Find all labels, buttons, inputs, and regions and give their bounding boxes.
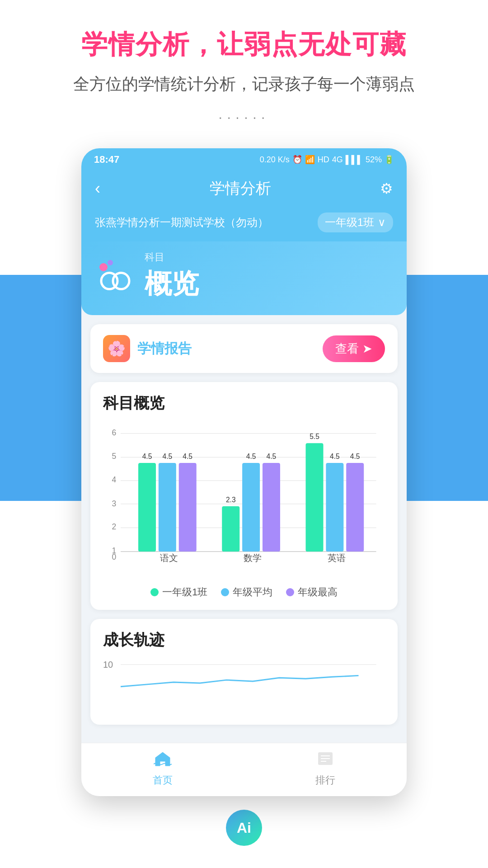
- arrow-icon: ➤: [362, 342, 372, 356]
- svg-text:语文: 语文: [160, 553, 178, 563]
- legend-class1: 一年级1班: [150, 585, 207, 599]
- svg-text:0: 0: [112, 552, 116, 561]
- status-time: 18:47: [94, 154, 119, 165]
- school-bar: 张燕学情分析一期测试学校（勿动） 一年级1班 ∨: [81, 208, 407, 241]
- bar-chart: 6 5 4 3 2 1 0 4.5: [103, 423, 385, 576]
- home-icon: [154, 750, 172, 771]
- nav-bar: ‹ 学情分析 ⚙: [81, 171, 407, 208]
- infinity-icon: [95, 270, 136, 292]
- svg-text:4.5: 4.5: [246, 453, 256, 460]
- content-area: 🌸 学情报告 查看 ➤ 科目概览: [81, 315, 407, 743]
- phone-wrapper: 18:47 0.20 K/s ⏰ 📶 HD 4G ▌▌▌ 52% 🔋 ‹ 学情分…: [0, 148, 488, 796]
- svg-rect-27: [263, 463, 280, 552]
- view-button[interactable]: 查看 ➤: [323, 335, 385, 362]
- ai-label: Ai: [237, 820, 251, 836]
- ai-badge: Ai: [226, 810, 262, 846]
- growth-title: 成长轨迹: [103, 630, 385, 651]
- blue-bg-left: [0, 275, 90, 501]
- status-icons: 0.20 K/s ⏰ 📶 HD 4G ▌▌▌ 52% 🔋: [260, 155, 394, 165]
- legend-dot-grade-avg: [221, 588, 229, 596]
- signal-text: 0.20 K/s: [260, 155, 290, 165]
- subject-card[interactable]: 科目 概览: [81, 241, 407, 315]
- svg-text:4.5: 4.5: [267, 453, 277, 460]
- subject-label-small: 科目: [145, 250, 199, 264]
- class-name: 一年级1班: [325, 215, 374, 230]
- nav-title: 学情分析: [210, 178, 271, 199]
- page-title: 学情分析，让弱点无处可藏: [18, 27, 470, 62]
- nav-label-home: 首页: [153, 774, 173, 787]
- legend-grade-avg: 年级平均: [221, 585, 272, 599]
- class-selector[interactable]: 一年级1班 ∨: [318, 212, 393, 232]
- growth-chart-svg: [103, 660, 385, 705]
- legend-dot-class1: [150, 588, 159, 596]
- report-card: 🌸 学情报告 查看 ➤: [90, 324, 398, 373]
- svg-text:5.5: 5.5: [310, 433, 319, 440]
- growth-y-label: 10: [103, 660, 113, 670]
- chart-legend: 一年级1班 年级平均 年级最高: [103, 585, 385, 599]
- svg-rect-30: [306, 443, 324, 552]
- wifi-icon: 📶: [305, 155, 315, 165]
- svg-rect-18: [159, 463, 176, 552]
- subject-label-big: 概览: [145, 266, 199, 302]
- svg-rect-23: [222, 506, 239, 552]
- nav-item-rank[interactable]: 排行: [315, 750, 335, 787]
- growth-section: 成长轨迹 10: [90, 619, 398, 725]
- hd-label: HD: [318, 155, 329, 165]
- subject-icon-wrapper: [95, 256, 136, 297]
- subject-overview-title: 科目概览: [103, 393, 385, 414]
- flower-icon: 🌸: [103, 335, 130, 362]
- svg-text:2.3: 2.3: [226, 496, 236, 504]
- nav-label-rank: 排行: [315, 774, 335, 787]
- svg-text:4.5: 4.5: [163, 453, 173, 460]
- chart-container: 6 5 4 3 2 1 0 4.5: [103, 423, 385, 576]
- back-button[interactable]: ‹: [95, 179, 100, 198]
- svg-text:4.5: 4.5: [142, 453, 152, 460]
- svg-rect-32: [326, 463, 343, 552]
- growth-chart-partial: 10: [103, 660, 385, 714]
- network-4g: 4G: [332, 155, 343, 165]
- legend-dot-grade-max: [286, 588, 294, 596]
- legend-grade-max: 年级最高: [286, 585, 338, 599]
- svg-text:4: 4: [112, 475, 116, 484]
- subject-overview-section: 科目概览 6 5 4 3 2: [90, 382, 398, 610]
- svg-text:2: 2: [112, 522, 116, 531]
- school-name: 张燕学情分析一期测试学校（勿动）: [95, 215, 268, 230]
- dot2: [108, 260, 113, 265]
- signal-bars: ▌▌▌: [346, 155, 363, 165]
- svg-text:数学: 数学: [244, 553, 262, 563]
- phone-frame: 18:47 0.20 K/s ⏰ 📶 HD 4G ▌▌▌ 52% 🔋 ‹ 学情分…: [81, 148, 407, 796]
- report-left: 🌸 学情报告: [103, 335, 192, 362]
- report-title: 学情报告: [137, 340, 192, 358]
- rank-icon: [316, 750, 334, 771]
- svg-text:3: 3: [112, 499, 116, 508]
- settings-icon[interactable]: ⚙: [380, 180, 393, 197]
- svg-text:4.5: 4.5: [183, 453, 192, 460]
- legend-label-grade-avg: 年级平均: [233, 585, 272, 599]
- bottom-nav: 首页 排行: [81, 743, 407, 796]
- svg-text:5: 5: [112, 452, 116, 461]
- dropdown-icon: ∨: [378, 216, 386, 229]
- page-top: 学情分析，让弱点无处可藏 全方位的学情统计分析，记录孩子每一个薄弱点 ·····…: [0, 0, 488, 148]
- svg-text:英语: 英语: [328, 553, 346, 563]
- svg-point-1: [113, 273, 129, 289]
- blue-bg-right: [398, 275, 488, 501]
- svg-text:4.5: 4.5: [330, 453, 340, 460]
- nav-item-home[interactable]: 首页: [153, 750, 173, 787]
- svg-rect-16: [138, 463, 156, 552]
- battery-label: 52% 🔋: [366, 155, 394, 165]
- subject-label-block: 科目 概览: [145, 250, 199, 302]
- legend-label-class1: 一年级1班: [162, 585, 207, 599]
- status-bar: 18:47 0.20 K/s ⏰ 📶 HD 4G ▌▌▌ 52% 🔋: [81, 148, 407, 171]
- view-label: 查看: [335, 341, 359, 357]
- dots: ······: [18, 109, 470, 126]
- svg-rect-20: [179, 463, 197, 552]
- page-subtitle: 全方位的学情统计分析，记录孩子每一个薄弱点: [18, 73, 470, 95]
- svg-text:6: 6: [112, 428, 116, 437]
- legend-label-grade-max: 年级最高: [298, 585, 338, 599]
- svg-text:4.5: 4.5: [350, 453, 360, 460]
- svg-rect-25: [242, 463, 260, 552]
- alarm-icon: ⏰: [292, 155, 302, 165]
- svg-rect-34: [346, 463, 364, 552]
